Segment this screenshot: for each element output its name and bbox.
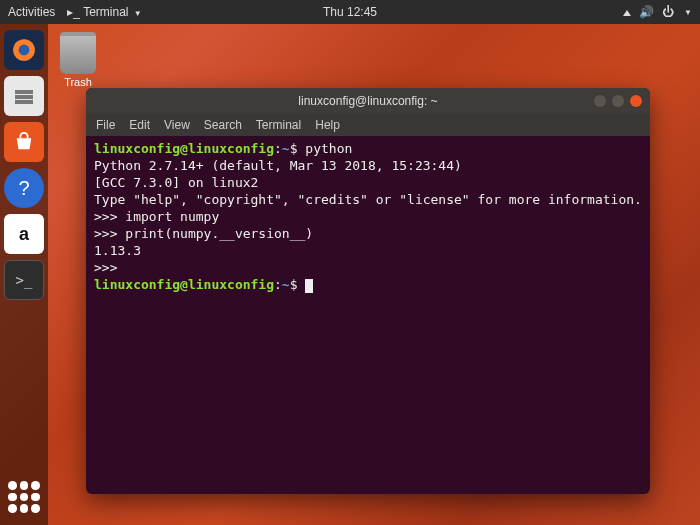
amazon-icon[interactable]: a <box>4 214 44 254</box>
files-icon[interactable] <box>4 76 44 116</box>
cmd-line: python <box>298 141 353 156</box>
output-line: 1.13.3 <box>94 243 141 258</box>
output-line: >>> import numpy <box>94 209 219 224</box>
svg-rect-3 <box>15 95 33 99</box>
menu-terminal[interactable]: Terminal <box>256 118 301 132</box>
window-titlebar[interactable]: linuxconfig@linuxconfig: ~ <box>86 88 650 114</box>
terminal-menubar: File Edit View Search Terminal Help <box>86 114 650 136</box>
output-line: [GCC 7.3.0] on linux2 <box>94 175 258 190</box>
gnome-topbar: Activities ▸_ Terminal ▼ Thu 12:45 🔊 ⏻ ▼ <box>0 0 700 24</box>
trash-icon <box>60 32 96 74</box>
svg-rect-2 <box>15 90 33 94</box>
cursor <box>305 279 313 293</box>
window-minimize-button[interactable] <box>594 95 606 107</box>
window-close-button[interactable] <box>630 95 642 107</box>
output-line: >>> <box>94 260 117 275</box>
prompt-path: ~ <box>282 277 290 292</box>
menu-search[interactable]: Search <box>204 118 242 132</box>
window-maximize-button[interactable] <box>612 95 624 107</box>
activities-button[interactable]: Activities <box>8 5 55 19</box>
network-icon[interactable] <box>623 5 631 19</box>
svg-rect-4 <box>15 100 33 104</box>
prompt-path: ~ <box>282 141 290 156</box>
firefox-icon[interactable] <box>4 30 44 70</box>
output-line: >>> print(numpy.__version__) <box>94 226 313 241</box>
menu-edit[interactable]: Edit <box>129 118 150 132</box>
output-line: Type "help", "copyright", "credits" or "… <box>94 192 642 207</box>
terminal-icon: ▸_ <box>67 5 80 19</box>
volume-icon[interactable]: 🔊 <box>639 5 654 19</box>
prompt-user: linuxconfig@linuxconfig <box>94 141 274 156</box>
dock: ? a >_ <box>0 24 48 525</box>
show-applications-button[interactable] <box>8 481 40 513</box>
trash-desktop-icon[interactable]: Trash <box>60 32 96 88</box>
help-icon[interactable]: ? <box>4 168 44 208</box>
terminal-window: linuxconfig@linuxconfig: ~ File Edit Vie… <box>86 88 650 494</box>
chevron-down-icon: ▼ <box>684 8 692 17</box>
chevron-down-icon: ▼ <box>134 9 142 18</box>
menu-file[interactable]: File <box>96 118 115 132</box>
menu-help[interactable]: Help <box>315 118 340 132</box>
ubuntu-software-icon[interactable] <box>4 122 44 162</box>
svg-point-1 <box>19 45 30 56</box>
output-line: Python 2.7.14+ (default, Mar 13 2018, 15… <box>94 158 462 173</box>
menu-view[interactable]: View <box>164 118 190 132</box>
trash-label: Trash <box>60 76 96 88</box>
prompt-user: linuxconfig@linuxconfig <box>94 277 274 292</box>
app-menu[interactable]: ▸_ Terminal ▼ <box>67 5 141 19</box>
power-icon[interactable]: ⏻ <box>662 5 674 19</box>
window-title: linuxconfig@linuxconfig: ~ <box>298 94 437 108</box>
terminal-launcher-icon[interactable]: >_ <box>4 260 44 300</box>
terminal-body[interactable]: linuxconfig@linuxconfig:~$ python Python… <box>86 136 650 494</box>
clock[interactable]: Thu 12:45 <box>323 5 377 19</box>
